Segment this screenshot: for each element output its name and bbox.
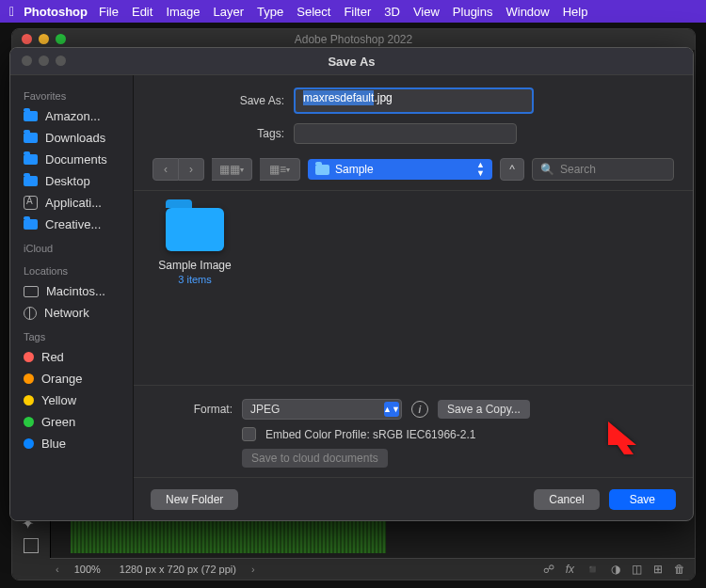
sidebar-tag-blue[interactable]: Blue — [10, 433, 133, 454]
chevron-right-icon[interactable]: › — [246, 564, 261, 575]
back-button[interactable]: ‹ — [152, 158, 179, 181]
save-button[interactable]: Save — [609, 489, 676, 510]
document-canvas[interactable] — [71, 516, 386, 553]
menu-window[interactable]: Window — [505, 5, 549, 19]
sidebar-tag-yellow[interactable]: Yellow — [10, 389, 133, 411]
blue-tag-icon — [24, 438, 34, 449]
info-icon[interactable]: i — [411, 401, 428, 418]
folder-item-count: 3 items — [152, 274, 237, 285]
photoshop-window-title: Adobe Photoshop 2022 — [295, 33, 412, 46]
favorites-header: Favorites — [10, 83, 133, 105]
orange-tag-icon — [24, 373, 34, 384]
menu-edit[interactable]: Edit — [132, 5, 152, 19]
filename-input[interactable]: maxresdefault.jpg — [294, 87, 534, 114]
group-by-button[interactable]: ▦≡▾ — [260, 158, 300, 181]
green-tag-icon — [24, 417, 34, 427]
sidebar-tag-red[interactable]: Red — [10, 346, 133, 368]
doc-dimensions: 1280 px x 720 px (72 ppi) — [110, 564, 246, 575]
updown-icon: ▲▼ — [476, 161, 485, 178]
folder-icon — [24, 176, 38, 186]
status-bar: ‹ 100% 1280 px x 720 px (72 ppi) › ☍ fx … — [50, 558, 695, 580]
dialog-titlebar: Save As — [10, 48, 693, 75]
sidebar-item-amazon[interactable]: Amazon... — [10, 105, 133, 127]
location-popup[interactable]: Sample ▲▼ — [308, 159, 492, 180]
dialog-close-icon[interactable] — [22, 56, 32, 66]
filename-ext: .jpg — [374, 91, 392, 104]
search-placeholder: Search — [560, 163, 596, 176]
new-folder-button[interactable]: New Folder — [151, 489, 238, 510]
menu-help[interactable]: Help — [563, 5, 588, 19]
location-name: Sample — [335, 163, 374, 176]
icon-view-button[interactable]: ▦▦▾ — [212, 158, 252, 181]
folder-icon — [24, 133, 38, 143]
menu-layer[interactable]: Layer — [214, 5, 245, 19]
finder-sidebar: Favorites Amazon... Downloads Documents … — [10, 75, 134, 521]
tags-label: Tags: — [152, 127, 284, 140]
applications-icon — [24, 196, 38, 210]
zoom-level[interactable]: 100% — [65, 564, 110, 575]
cancel-button[interactable]: Cancel — [534, 489, 599, 510]
sidebar-tag-orange[interactable]: Orange — [10, 368, 133, 389]
dialog-button-bar: New Folder Cancel Save — [134, 477, 693, 521]
maximize-icon[interactable] — [56, 34, 66, 44]
apple-menu-icon[interactable]:  — [9, 4, 14, 19]
menu-plugins[interactable]: Plugins — [453, 5, 493, 19]
menu-file[interactable]: File — [99, 5, 119, 19]
finder-toolbar: ‹ › ▦▦▾ ▦≡▾ Sample ▲▼ ^ 🔍 Search — [134, 149, 693, 191]
app-name[interactable]: Photoshop — [24, 5, 88, 19]
folder-icon — [315, 165, 329, 175]
sidebar-item-desktop[interactable]: Desktop — [10, 170, 133, 192]
traffic-lights — [22, 34, 66, 44]
embed-profile-checkbox[interactable] — [242, 427, 256, 441]
forward-button[interactable]: › — [179, 158, 204, 181]
tags-header: Tags — [10, 324, 133, 346]
format-select[interactable]: JPEG ▲▼ — [242, 399, 402, 420]
adjustment-icon[interactable]: ◑ — [611, 563, 620, 576]
mask-icon[interactable]: ◾ — [586, 563, 600, 576]
trash-icon[interactable]: 🗑 — [674, 563, 685, 576]
artboard-tool-icon[interactable] — [24, 538, 39, 553]
dialog-title: Save As — [328, 55, 375, 69]
search-field[interactable]: 🔍 Search — [532, 158, 674, 181]
menu-filter[interactable]: Filter — [344, 5, 371, 19]
menu-image[interactable]: Image — [166, 5, 200, 19]
group-icon[interactable]: ◫ — [632, 563, 642, 576]
sidebar-item-documents[interactable]: Documents — [10, 149, 133, 170]
collapse-button[interactable]: ^ — [500, 158, 524, 181]
link-icon[interactable]: ☍ — [543, 563, 554, 576]
save-to-cloud-button[interactable]: Save to cloud documents — [242, 449, 388, 468]
folder-icon — [166, 208, 224, 251]
file-browser[interactable]: Sample Image 3 items — [134, 191, 693, 385]
fx-icon[interactable]: fx — [566, 563, 574, 576]
new-layer-icon[interactable]: ⊞ — [653, 563, 663, 576]
menu-select[interactable]: Select — [297, 5, 330, 19]
sidebar-item-macintosh[interactable]: Macintos... — [10, 280, 133, 302]
menu-3d[interactable]: 3D — [384, 5, 400, 19]
sidebar-item-applications[interactable]: Applicati... — [10, 192, 133, 214]
format-value: JPEG — [250, 403, 280, 416]
filename-value: maxresdefault — [303, 90, 374, 105]
locations-header: Locations — [10, 258, 133, 280]
dialog-maximize-icon — [56, 56, 66, 66]
save-a-copy-button[interactable]: Save a Copy... — [438, 400, 530, 419]
folder-item[interactable]: Sample Image 3 items — [152, 208, 237, 285]
sidebar-item-network[interactable]: Network — [10, 302, 133, 324]
menu-type[interactable]: Type — [257, 5, 283, 19]
save-as-label: Save As: — [152, 94, 284, 107]
disk-icon — [24, 286, 39, 297]
yellow-tag-icon — [24, 395, 34, 405]
dialog-main: Save As: maxresdefault.jpg Tags: ‹ › ▦▦▾… — [134, 75, 693, 521]
folder-icon — [24, 111, 38, 121]
red-tag-icon — [24, 352, 34, 362]
chevron-left-icon[interactable]: ‹ — [50, 564, 65, 575]
close-icon[interactable] — [22, 34, 32, 44]
tags-input[interactable] — [294, 123, 517, 144]
folder-icon — [24, 154, 38, 165]
minimize-icon[interactable] — [39, 34, 49, 44]
sidebar-item-downloads[interactable]: Downloads — [10, 127, 133, 149]
sidebar-tag-green[interactable]: Green — [10, 411, 133, 433]
dialog-minimize-icon — [39, 56, 49, 66]
updown-icon: ▲▼ — [384, 402, 399, 417]
sidebar-item-creative[interactable]: Creative... — [10, 214, 133, 235]
menu-view[interactable]: View — [413, 5, 440, 19]
